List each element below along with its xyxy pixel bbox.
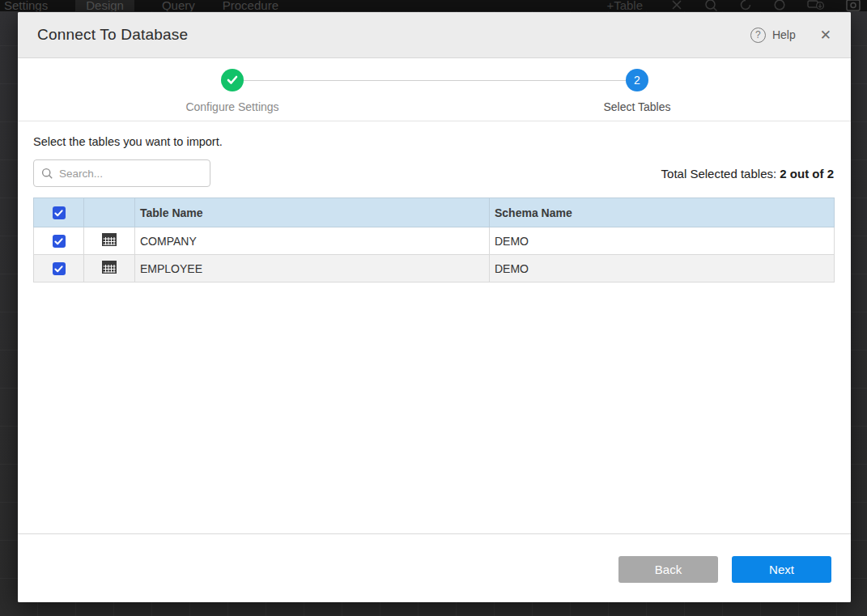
refresh-icon[interactable] <box>739 0 752 11</box>
help-label: Help <box>772 28 796 41</box>
help-icon: ? <box>750 28 766 43</box>
total-selected-label: Total Selected tables: <box>661 167 777 181</box>
select-all-checkbox[interactable] <box>53 206 66 219</box>
schema-name-cell: DEMO <box>490 227 835 255</box>
back-button[interactable]: Back <box>618 556 718 583</box>
total-selected-value: 2 out of 2 <box>780 167 834 181</box>
table-row[interactable]: COMPANY DEMO <box>34 227 835 255</box>
close-icon[interactable]: ✕ <box>820 28 831 42</box>
column-header-table-name[interactable]: Table Name <box>135 198 490 227</box>
step-configure-settings[interactable]: Configure Settings <box>168 69 297 113</box>
table-search-box <box>33 159 210 187</box>
table-name-cell: COMPANY <box>135 227 490 255</box>
tab-settings[interactable]: Settings <box>4 0 48 11</box>
connect-to-database-dialog: Connect To Database ? Help ✕ Configure S… <box>18 12 851 602</box>
stepper-connector <box>244 80 626 81</box>
row-checkbox[interactable] <box>53 262 66 275</box>
step-number-badge: 2 <box>626 69 648 91</box>
dialog-body: Select the tables you want to import. To… <box>18 121 851 533</box>
total-selected-text: Total Selected tables: 2 out of 2 <box>661 167 834 181</box>
schema-name-cell: DEMO <box>490 255 835 283</box>
next-button[interactable]: Next <box>732 556 831 583</box>
table-grid-icon <box>102 261 117 276</box>
column-header-schema-name[interactable]: Schema Name <box>490 198 835 227</box>
search-icon <box>41 168 53 180</box>
tab-procedure[interactable]: Procedure <box>223 0 278 11</box>
dialog-footer: Back Next <box>18 533 851 602</box>
step-complete-icon <box>221 69 244 91</box>
step-select-tables[interactable]: 2 Select Tables <box>572 69 702 113</box>
table-grid-icon <box>102 233 117 249</box>
camera-icon[interactable] <box>846 0 861 11</box>
tables-list: Table Name Schema Name <box>33 198 835 283</box>
add-table-button[interactable]: +Table <box>606 0 643 11</box>
table-header-row: Table Name Schema Name <box>34 198 835 227</box>
background-topbar: Settings Design Query Procedure +Table <box>0 0 867 11</box>
clock-icon[interactable] <box>773 0 786 11</box>
step-label: Select Tables <box>572 100 702 113</box>
wizard-stepper: Configure Settings 2 Select Tables <box>18 59 851 121</box>
tab-design[interactable]: Design <box>75 0 134 11</box>
import-data-icon[interactable] <box>807 0 825 11</box>
search-input[interactable] <box>59 168 202 180</box>
table-name-cell: EMPLOYEE <box>135 255 490 283</box>
tab-query[interactable]: Query <box>162 0 195 11</box>
dialog-title: Connect To Database <box>37 26 188 44</box>
close-icon[interactable] <box>670 0 683 11</box>
instruction-text: Select the tables you want to import. <box>33 135 834 148</box>
dialog-header: Connect To Database ? Help ✕ <box>18 12 851 58</box>
search-icon[interactable] <box>704 0 718 11</box>
step-label: Configure Settings <box>168 100 297 113</box>
row-checkbox[interactable] <box>53 235 66 248</box>
table-row[interactable]: EMPLOYEE DEMO <box>34 255 835 283</box>
help-button[interactable]: ? Help <box>750 28 796 43</box>
